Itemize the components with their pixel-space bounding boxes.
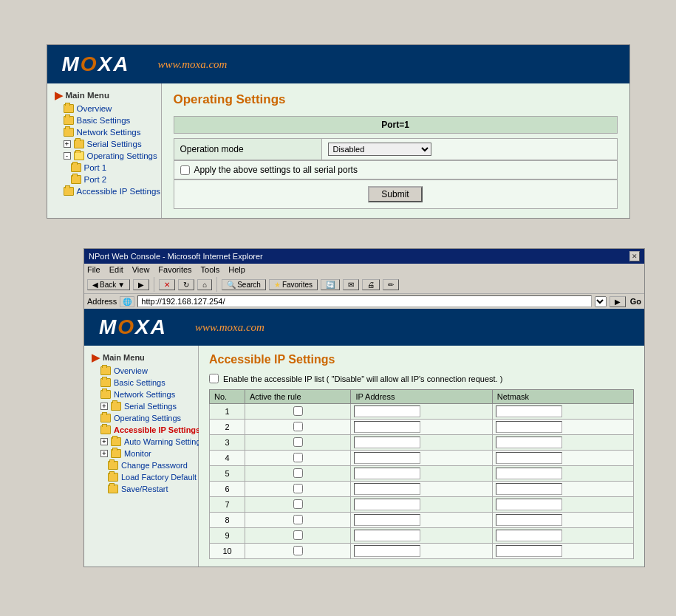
active-checkbox-2[interactable] bbox=[293, 422, 303, 431]
row-no-6: 6 bbox=[210, 482, 245, 497]
refresh-icon: ↻ bbox=[183, 281, 189, 289]
row-ip-10 bbox=[351, 544, 492, 559]
sidebar-item-basic-settings[interactable]: Basic Settings bbox=[47, 114, 161, 126]
favorites-button[interactable]: ★ Favorites bbox=[269, 279, 318, 290]
active-checkbox-1[interactable] bbox=[293, 406, 303, 416]
mask-input-9[interactable] bbox=[496, 530, 562, 541]
active-checkbox-4[interactable] bbox=[293, 453, 303, 462]
browser-title: NPort Web Console - Microsoft Internet E… bbox=[89, 252, 263, 261]
b-sidebar-item-overview[interactable]: Overview bbox=[84, 365, 198, 377]
expand-icon[interactable]: - bbox=[64, 152, 71, 160]
ip-input-3[interactable] bbox=[354, 437, 420, 448]
stop-button[interactable]: ✕ bbox=[159, 279, 175, 290]
expand-icon[interactable]: + bbox=[64, 140, 71, 148]
mail-button[interactable]: ✉ bbox=[343, 279, 359, 290]
table-row: 5 bbox=[210, 466, 634, 482]
b-sidebar-item-basic-settings[interactable]: Basic Settings bbox=[84, 377, 198, 389]
mask-input-3[interactable] bbox=[496, 437, 562, 448]
ip-input-10[interactable] bbox=[354, 545, 420, 557]
row-no-2: 2 bbox=[210, 420, 245, 435]
sidebar-item-serial-settings[interactable]: + Serial Settings bbox=[47, 138, 161, 150]
address-icon: 🌐 bbox=[120, 296, 134, 307]
ip-input-6[interactable] bbox=[354, 483, 420, 495]
menu-view[interactable]: View bbox=[132, 265, 150, 274]
b-page-title: Accessible IP Settings bbox=[209, 353, 634, 366]
active-checkbox-10[interactable] bbox=[293, 546, 303, 555]
back-button[interactable]: ◀ Back ▼ bbox=[87, 279, 130, 290]
menu-favorites[interactable]: Favorites bbox=[158, 265, 191, 274]
print-button[interactable]: 🖨 bbox=[362, 279, 380, 290]
active-checkbox-3[interactable] bbox=[293, 437, 303, 447]
b-sidebar-item-save-restart[interactable]: Save/Restart bbox=[84, 483, 198, 495]
ip-input-7[interactable] bbox=[354, 499, 420, 510]
go-arrow-button[interactable]: ▶ bbox=[610, 296, 626, 307]
mask-input-7[interactable] bbox=[496, 499, 562, 510]
active-checkbox-5[interactable] bbox=[293, 468, 303, 478]
row-no-5: 5 bbox=[210, 466, 245, 482]
refresh-button[interactable]: ↻ bbox=[178, 279, 194, 290]
b-sidebar-item-main-menu: ▶ Main Menu bbox=[84, 350, 198, 365]
expand-icon[interactable]: + bbox=[100, 403, 108, 410]
history-button[interactable]: 🔄 bbox=[321, 279, 340, 290]
active-checkbox-8[interactable] bbox=[293, 515, 303, 524]
operation-mode-select[interactable]: Disabled Real COM mode TCP Server mode T… bbox=[328, 143, 431, 156]
enable-ip-list-label: Enable the accessible IP list ( "Disable… bbox=[223, 374, 502, 383]
sidebar-item-accessible-ip[interactable]: Accessible IP Settings bbox=[47, 185, 161, 197]
edit-page-button[interactable]: ✏ bbox=[383, 279, 399, 290]
active-checkbox-6[interactable] bbox=[293, 484, 303, 493]
enable-ip-list-checkbox[interactable] bbox=[209, 374, 219, 383]
menu-edit[interactable]: Edit bbox=[109, 265, 123, 274]
b-sidebar-item-serial-settings[interactable]: + Serial Settings bbox=[84, 400, 198, 412]
active-checkbox-9[interactable] bbox=[293, 530, 303, 540]
b-sidebar-item-operating-settings[interactable]: Operating Settings bbox=[84, 412, 198, 424]
sidebar-item-port2[interactable]: Port 2 bbox=[47, 174, 161, 185]
b-sidebar-item-load-factory[interactable]: Load Factory Default bbox=[84, 471, 198, 483]
expand-icon[interactable]: + bbox=[100, 450, 108, 457]
mask-input-5[interactable] bbox=[496, 468, 562, 479]
sidebar-item-operating-settings[interactable]: - Operating Settings bbox=[47, 150, 161, 162]
menu-help[interactable]: Help bbox=[228, 265, 245, 274]
ip-input-1[interactable] bbox=[354, 405, 420, 417]
table-row: 9 bbox=[210, 528, 634, 544]
mask-input-10[interactable] bbox=[496, 545, 562, 557]
menu-tools[interactable]: Tools bbox=[201, 265, 220, 274]
ip-input-9[interactable] bbox=[354, 530, 420, 541]
b-sidebar-item-change-password[interactable]: Change Password bbox=[84, 459, 198, 471]
row-active-3 bbox=[245, 435, 351, 451]
address-input[interactable] bbox=[137, 295, 591, 307]
sidebar-item-port1[interactable]: Port 1 bbox=[47, 162, 161, 174]
address-dropdown[interactable] bbox=[595, 296, 607, 307]
toolbar-separator2 bbox=[216, 277, 217, 292]
table-row: 8 bbox=[210, 513, 634, 528]
mask-input-1[interactable] bbox=[496, 405, 562, 417]
b-sidebar-item-network-settings[interactable]: Network Settings bbox=[84, 389, 198, 400]
ip-input-2[interactable] bbox=[354, 421, 420, 433]
forward-button[interactable]: ▶ bbox=[133, 279, 149, 290]
ip-input-4[interactable] bbox=[354, 452, 420, 464]
b-sidebar-item-monitor[interactable]: + Monitor bbox=[84, 448, 198, 459]
menu-file[interactable]: File bbox=[87, 265, 100, 274]
search-button[interactable]: 🔍 Search bbox=[222, 279, 266, 290]
mask-input-8[interactable] bbox=[496, 514, 562, 526]
mask-input-2[interactable] bbox=[496, 421, 562, 433]
mask-input-4[interactable] bbox=[496, 452, 562, 464]
expand-icon[interactable]: + bbox=[100, 438, 108, 445]
folder-icon bbox=[108, 461, 118, 470]
sidebar-item-overview[interactable]: Overview bbox=[47, 103, 161, 114]
row-no-3: 3 bbox=[210, 435, 245, 451]
submit-button[interactable]: Submit bbox=[368, 186, 422, 202]
section-header: Port=1 bbox=[174, 116, 618, 134]
mask-input-6[interactable] bbox=[496, 483, 562, 495]
apply-all-checkbox[interactable] bbox=[180, 165, 190, 175]
active-checkbox-7[interactable] bbox=[293, 499, 303, 509]
col-ip: IP Address bbox=[351, 390, 492, 404]
browser-close-button[interactable]: ✕ bbox=[629, 251, 640, 261]
home-button[interactable]: ⌂ bbox=[197, 279, 212, 290]
b-sidebar-item-auto-warning[interactable]: + Auto Warning Settings bbox=[84, 436, 198, 448]
ip-input-5[interactable] bbox=[354, 468, 420, 479]
b-sidebar-item-accessible-ip[interactable]: Accessible IP Settings bbox=[84, 424, 198, 436]
ip-input-8[interactable] bbox=[354, 514, 420, 526]
folder-icon bbox=[111, 449, 121, 458]
sidebar-item-network-settings[interactable]: Network Settings bbox=[47, 126, 161, 138]
table-header-row: No. Active the rule IP Address Netmask bbox=[210, 390, 634, 404]
